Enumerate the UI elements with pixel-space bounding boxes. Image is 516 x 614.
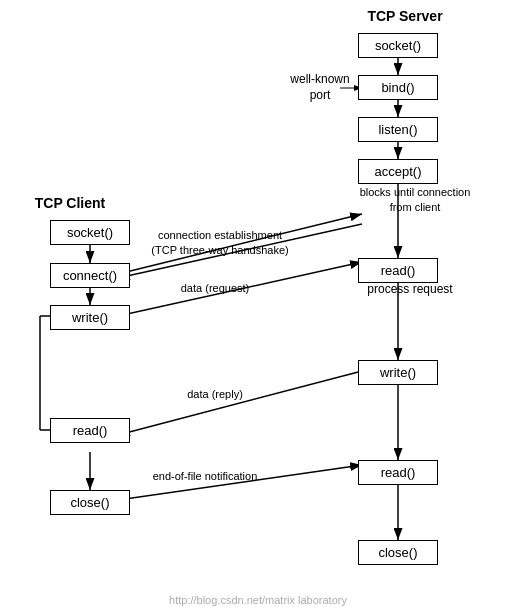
client-connect-box: connect() [50,263,130,288]
data-request-label: data (request) [155,282,275,294]
svg-line-19 [118,371,362,435]
data-reply-label: data (reply) [165,388,265,400]
server-accept-box: accept() [358,159,438,184]
well-known-port-label: well-known port [285,72,355,103]
blocks-until-label: blocks until connection from client [340,185,490,216]
client-close-box: close() [50,490,130,515]
server-read2-box: read() [358,460,438,485]
client-write-box: write() [50,305,130,330]
server-write-box: write() [358,360,438,385]
process-request-label: process request [350,282,470,296]
end-of-file-label: end-of-file notification [120,470,290,482]
server-read1-box: read() [358,258,438,283]
server-close-box: close() [358,540,438,565]
watermark: http://blog.csdn.net/matrix laboratory [169,594,347,606]
server-socket-box: socket() [358,33,438,58]
client-read-box: read() [50,418,130,443]
server-title: TCP Server [355,8,455,24]
server-listen-box: listen() [358,117,438,142]
client-title: TCP Client [20,195,120,211]
connection-establishment-label: connection establishment (TCP three-way … [125,228,315,259]
diagram: TCP Server TCP Client socket() well-know… [0,0,516,614]
server-bind-box: bind() [358,75,438,100]
client-socket-box: socket() [50,220,130,245]
